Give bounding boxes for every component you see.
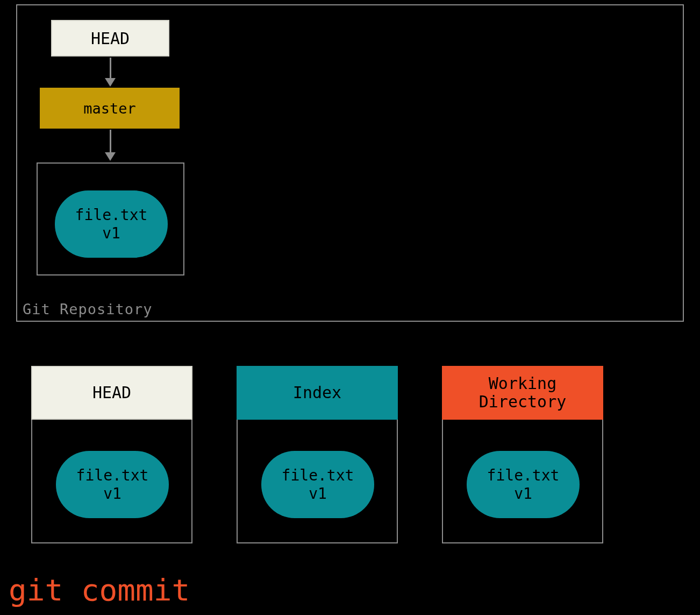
area-head-file-version: v1 [103,485,122,503]
area-head-body: eb43bf8 file.txt v1 [31,420,192,543]
head-label: HEAD [91,29,130,48]
area-working-directory-file-version: v1 [514,485,532,503]
file-name: file.txt [75,206,148,224]
area-working-directory-title: Working Directory [479,374,567,412]
area-head: HEAD eb43bf8 file.txt v1 [31,366,192,543]
arrow-master-to-commit [105,130,116,161]
area-head-file-blob: file.txt v1 [56,451,169,518]
file-version: v1 [102,224,120,243]
master-branch-label: master [83,100,136,117]
diagram-canvas: Git Repository HEAD master eb43bf8 file.… [0,0,700,615]
commit-hash: eb43bf8 [38,168,183,183]
area-index-file-name: file.txt [282,466,354,485]
commit-box: eb43bf8 file.txt v1 [37,162,184,275]
area-index-file-version: v1 [309,485,327,503]
area-working-directory-file-blob: file.txt v1 [467,451,580,518]
area-index: Index file.txt v1 [237,366,398,543]
file-blob: file.txt v1 [55,190,168,258]
area-head-file-name: file.txt [76,466,149,485]
area-index-body: file.txt v1 [237,420,398,543]
area-working-directory-body: file.txt v1 [442,420,603,543]
area-index-file-blob: file.txt v1 [261,451,374,518]
area-index-header: Index [237,366,398,420]
arrow-head-to-master [105,58,116,87]
area-working-directory: Working Directory file.txt v1 [442,366,603,543]
master-branch-box: master [40,88,180,129]
area-index-title: Index [293,384,341,402]
area-head-header: HEAD [31,366,192,420]
caption-git-commit: git commit [9,572,190,607]
git-repository-label: Git Repository [23,301,153,317]
area-head-commit-hash: eb43bf8 [32,425,191,441]
head-box: HEAD [51,20,169,56]
area-working-directory-header: Working Directory [442,366,603,420]
area-working-directory-file-name: file.txt [487,466,560,485]
area-head-title: HEAD [92,384,131,402]
